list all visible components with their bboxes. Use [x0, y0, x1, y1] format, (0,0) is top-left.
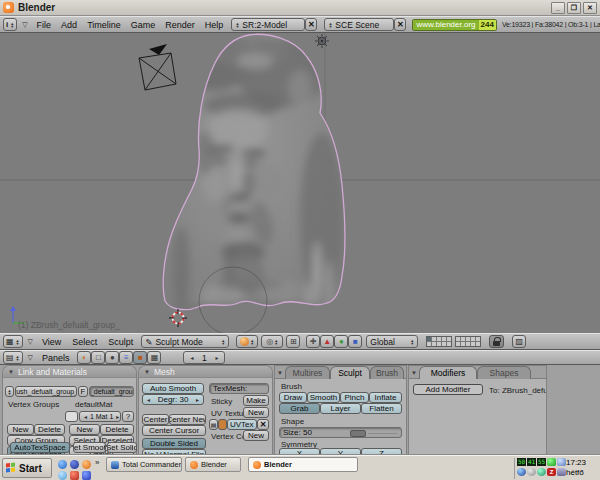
fake-user-button[interactable]: F: [78, 386, 88, 397]
menu-game[interactable]: Game: [131, 20, 156, 30]
tray-rw-icon[interactable]: [557, 468, 566, 476]
menu-sculpt[interactable]: Sculpt: [108, 337, 133, 347]
set-solid-button[interactable]: Set Solid: [107, 442, 137, 453]
snap-grid-button[interactable]: ⊞: [286, 335, 300, 348]
start-button[interactable]: Start: [2, 458, 52, 478]
quicklaunch-browser-icon[interactable]: [58, 460, 67, 469]
menu-add[interactable]: Add: [61, 20, 77, 30]
set-smooth-button[interactable]: Set Smooth: [73, 442, 106, 453]
symmetry-z-toggle[interactable]: Z: [361, 448, 402, 455]
tab-shapes[interactable]: Shapes: [477, 366, 531, 379]
degr-number-field[interactable]: ◄ Degr: 30 ►: [142, 394, 204, 405]
layer-grid-2[interactable]: [455, 336, 481, 347]
symmetry-y-toggle[interactable]: Y: [320, 448, 361, 455]
title-bar[interactable]: Blender _ ❐ ✕: [0, 0, 600, 16]
version-link[interactable]: www.blender.org 244: [412, 19, 497, 31]
object-name-field[interactable]: sh_defualt_group_: [89, 386, 134, 397]
tray-blue-icon[interactable]: [517, 468, 526, 476]
view3d-window-type-button[interactable]: ▦ ▲▼: [3, 335, 23, 348]
brush-inflate-button[interactable]: Inflate: [369, 392, 402, 403]
menu-render[interactable]: Render: [165, 20, 195, 30]
vgroup-delete-button[interactable]: Delete: [34, 424, 65, 435]
menu-timeline[interactable]: Timeline: [87, 20, 121, 30]
center-button[interactable]: Center: [142, 414, 169, 425]
frame-increment-icon[interactable]: ►: [212, 355, 221, 361]
logic-context-button[interactable]: ◐: [77, 351, 91, 364]
sticky-make-button[interactable]: Make: [243, 395, 269, 406]
brush-size-slider[interactable]: Size: 50: [279, 427, 402, 438]
texmesh-field[interactable]: TexMesh:: [209, 383, 269, 394]
mat-next-icon[interactable]: ►: [113, 414, 121, 420]
material-new-button[interactable]: New: [69, 424, 100, 435]
lock-layers-button[interactable]: [489, 335, 504, 348]
close-button[interactable]: ✕: [583, 2, 597, 14]
tab-modifiers[interactable]: Modifiers: [419, 366, 477, 379]
tray-monitor-2[interactable]: 41: [527, 458, 536, 466]
panel-collapse-icon[interactable]: ▼: [277, 370, 283, 376]
task-blender-1[interactable]: Blender: [185, 457, 241, 472]
tray-clock[interactable]: 17:23 hétfő: [566, 458, 598, 478]
tab-sculpt[interactable]: Sculpt: [330, 366, 370, 379]
center-new-button[interactable]: Center New: [169, 414, 206, 425]
autotexspace-toggle-2[interactable]: AutoTexSpace: [10, 442, 70, 453]
menu-help[interactable]: Help: [205, 20, 224, 30]
menu-file[interactable]: File: [37, 20, 52, 30]
brush-flatten-button[interactable]: Flatten: [361, 403, 402, 414]
symmetry-x-toggle[interactable]: X: [279, 448, 320, 455]
material-help-button[interactable]: ?: [122, 411, 134, 422]
object-context-button[interactable]: ≡: [119, 351, 133, 364]
scale-manipulator-button[interactable]: ■: [348, 335, 362, 348]
manipulator-toggle-button[interactable]: ✚: [306, 335, 320, 348]
mesh-datablock-name-field[interactable]: rush_defualt_group_: [15, 386, 77, 397]
panel-collapse-icon[interactable]: ▼: [144, 369, 150, 375]
task-total-commander[interactable]: Total Commander 7...: [106, 457, 182, 472]
panels-menu[interactable]: Panels: [42, 353, 70, 363]
translate-manipulator-button[interactable]: ▲: [320, 335, 334, 348]
view3d-collapse-icon[interactable]: ▽: [28, 338, 33, 346]
slider-handle[interactable]: [350, 430, 366, 437]
screen-close-icon[interactable]: ✕: [305, 18, 317, 31]
frame-decrement-icon[interactable]: ◄: [187, 355, 196, 361]
scene-selector[interactable]: ▲▼ SCE Scene: [324, 18, 394, 31]
quicklaunch-overflow-icon[interactable]: »: [95, 458, 99, 467]
degr-increment-icon[interactable]: ►: [193, 397, 202, 403]
center-cursor-button[interactable]: Center Cursor: [142, 425, 206, 436]
brush-pinch-button[interactable]: Pinch: [340, 392, 369, 403]
mode-dropdown[interactable]: ✎ Sculpt Mode ▲▼: [141, 335, 229, 348]
task-blender-2-active[interactable]: Blender: [248, 457, 358, 472]
tray-orb-icon[interactable]: [537, 468, 546, 476]
editing-context-button[interactable]: ■: [133, 351, 147, 364]
viewport-3d[interactable]: (1) ZBrush_defualt_group_: [0, 33, 600, 333]
lamp-object[interactable]: [315, 34, 329, 48]
screen-selector[interactable]: ▲▼ SR:2-Model: [231, 18, 305, 31]
draw-type-dropdown[interactable]: ▲▼: [236, 335, 258, 348]
menu-select[interactable]: Select: [72, 337, 97, 347]
panel-collapse-icon[interactable]: ▼: [411, 370, 417, 376]
brush-draw-button[interactable]: Draw: [279, 392, 307, 403]
tray-monitor-3[interactable]: 55: [537, 458, 546, 466]
uv-layer-name-field[interactable]: UVTex: [227, 419, 257, 430]
add-modifier-button[interactable]: Add Modifier: [413, 384, 483, 395]
degr-decrement-icon[interactable]: ◄: [144, 397, 153, 403]
orientation-dropdown[interactable]: Global ▲▼: [366, 335, 418, 348]
layer-grid-1[interactable]: [426, 336, 452, 347]
collapse-menu-icon[interactable]: ▽: [22, 21, 27, 29]
uv-image-button[interactable]: [218, 419, 227, 430]
scene-context-button[interactable]: ▦: [147, 351, 161, 364]
tab-multires[interactable]: Multires: [285, 366, 330, 379]
material-delete-button[interactable]: Delete: [100, 424, 134, 435]
auto-smooth-toggle[interactable]: Auto Smooth: [142, 383, 204, 394]
window-type-button[interactable]: i ▲▼: [3, 18, 17, 31]
material-index-field[interactable]: ◄ 1 Mat 1 ►: [79, 411, 121, 422]
script-context-button[interactable]: □: [91, 351, 105, 364]
viewport-canvas[interactable]: [0, 33, 600, 333]
brush-smooth-button[interactable]: Smooth: [307, 392, 340, 403]
panel-header-link-materials[interactable]: ▼ Link and Materials: [3, 366, 136, 378]
scene-close-icon[interactable]: ✕: [394, 18, 406, 31]
material-color-swatch[interactable]: [65, 411, 78, 422]
brush-grab-button[interactable]: Grab: [279, 403, 320, 414]
vertex-color-new-button[interactable]: New: [243, 430, 269, 441]
minimize-button[interactable]: _: [551, 2, 565, 14]
cursor-3d[interactable]: [169, 309, 187, 327]
panel-collapse-icon[interactable]: ▼: [8, 369, 14, 375]
